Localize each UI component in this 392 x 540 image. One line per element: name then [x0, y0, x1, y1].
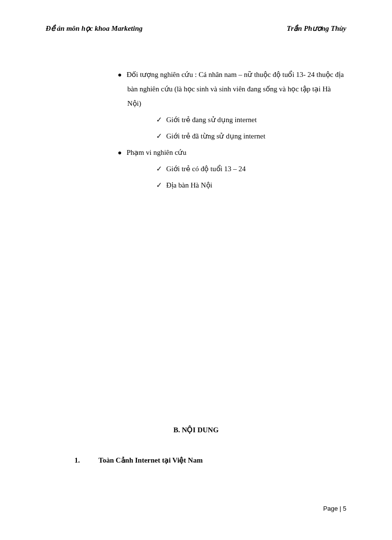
check-icon: ✓ — [156, 181, 162, 189]
check-icon: ✓ — [156, 165, 162, 173]
heading-number: 1. — [74, 456, 98, 465]
header-right: Trần Phương Thùy — [287, 24, 346, 33]
check-item: ✓Giới trẻ đã từng sử dụng internet — [156, 129, 346, 143]
check-text: Giới trẻ có độ tuổi 13 – 24 — [166, 165, 246, 173]
check-item: ✓Địa bàn Hà Nội — [156, 178, 346, 192]
check-text: Giới trẻ đang sử dụng internet — [166, 116, 257, 124]
bullet-text: Đối tượng nghiên cứu : Cá nhân nam – nữ … — [126, 71, 343, 107]
page-footer: Page | 5 — [323, 505, 346, 512]
bullet-icon: ● — [118, 149, 122, 156]
check-icon: ✓ — [156, 116, 162, 124]
numbered-heading: 1.Toàn Cảnh Internet tại Việt Nam — [74, 456, 346, 465]
section-heading: B. NỘI DUNG — [46, 426, 346, 434]
check-item: ✓Giới trẻ đang sử dụng internet — [156, 113, 346, 127]
check-text: Địa bàn Hà Nội — [166, 181, 212, 189]
heading-text: Toàn Cảnh Internet tại Việt Nam — [98, 456, 203, 464]
page-header: Đề án môn học khoa Marketing Trần Phương… — [46, 24, 346, 33]
page-content: ●Đối tượng nghiên cứu : Cá nhân nam – nữ… — [46, 67, 346, 465]
check-icon: ✓ — [156, 132, 162, 140]
bullet-item-2: ●Phạm vi nghiên cứu — [118, 145, 346, 160]
bullet-icon: ● — [118, 71, 122, 78]
bullet-item-1: ●Đối tượng nghiên cứu : Cá nhân nam – nữ… — [118, 67, 346, 111]
bullet-text: Phạm vi nghiên cứu — [126, 149, 186, 156]
check-text: Giới trẻ đã từng sử dụng internet — [166, 132, 265, 140]
header-left: Đề án môn học khoa Marketing — [46, 24, 143, 33]
check-item: ✓Giới trẻ có độ tuổi 13 – 24 — [156, 162, 346, 176]
